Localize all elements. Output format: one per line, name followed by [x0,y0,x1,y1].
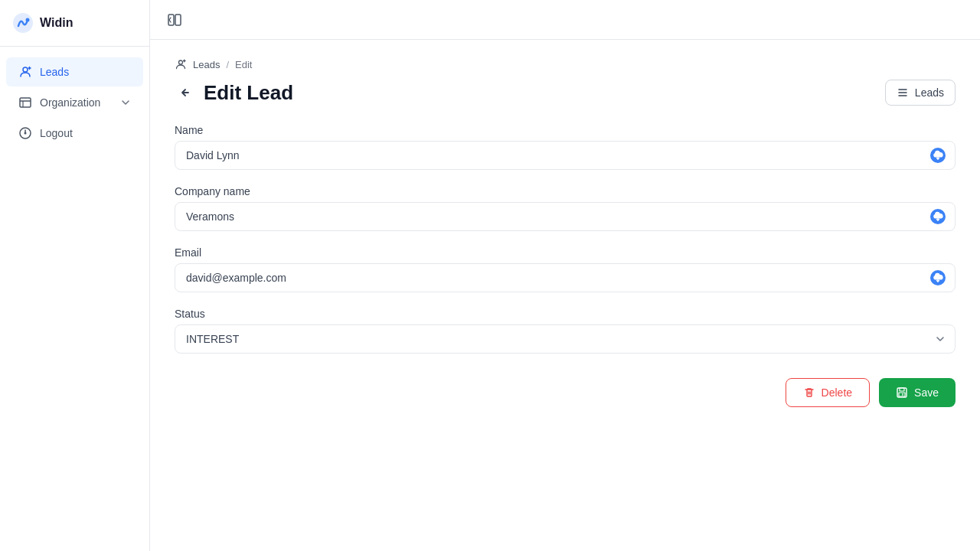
breadcrumb-leads-link[interactable]: Leads [193,59,220,70]
company-input[interactable] [175,202,956,231]
toggle-sidebar-button[interactable] [162,8,187,32]
email-cloud-icon [929,269,946,286]
leads-list-button-label: Leads [915,86,944,99]
action-row: Delete Save [175,378,956,407]
logo-icon [12,12,34,34]
email-input[interactable] [175,263,956,292]
delete-button[interactable]: Delete [786,378,870,407]
sidebar: Widin Leads Organization [0,0,150,551]
email-field-group: Email [175,246,956,292]
app-logo: Widin [0,0,149,47]
sidebar-item-leads[interactable]: Leads [6,57,143,86]
sidebar-item-leads-label: Leads [40,66,69,78]
status-label: Status [175,308,956,320]
sidebar-item-logout[interactable]: Logout [6,119,143,148]
save-button-label: Save [914,386,939,399]
breadcrumb-leads-icon [175,58,187,70]
sidebar-item-organization[interactable]: Organization [6,88,143,117]
back-arrow-icon [178,85,193,100]
topbar [150,0,980,40]
svg-point-10 [24,132,27,135]
leads-list-button[interactable]: Leads [885,80,956,106]
sidebar-item-organization-label: Organization [40,96,100,109]
name-label: Name [175,124,956,136]
svg-point-13 [179,60,183,64]
delete-button-label: Delete [822,386,852,399]
breadcrumb: Leads / Edit [175,58,956,70]
logout-icon [18,126,32,140]
content-area: Leads / Edit Edit Lead [150,40,980,551]
save-icon [896,386,908,399]
toggle-sidebar-icon [167,12,182,28]
organization-icon [18,96,32,109]
svg-rect-12 [175,15,181,25]
sidebar-item-logout-label: Logout [40,127,73,139]
chevron-down-icon [120,97,131,108]
main-panel: Leads / Edit Edit Lead [150,0,980,551]
name-input[interactable] [175,141,956,170]
edit-lead-form: Name Company name [175,124,956,407]
leads-icon [18,65,32,79]
svg-point-2 [23,67,28,72]
list-icon [897,86,909,99]
trash-icon [803,386,815,399]
svg-rect-29 [899,393,905,396]
company-cloud-icon [929,208,946,225]
breadcrumb-separator: / [226,59,229,70]
status-field-group: Status INTEREST NEW QUALIFIED PROPOSAL W… [175,308,956,354]
save-button[interactable]: Save [879,378,956,407]
page-header: Edit Lead Leads [175,80,956,106]
content-inner: Leads / Edit Edit Lead [150,40,980,551]
app-name: Widin [40,16,73,30]
sidebar-nav: Leads Organization Logout [0,47,149,551]
back-button[interactable] [175,82,196,103]
name-field-group: Name [175,124,956,170]
status-select[interactable]: INTEREST NEW QUALIFIED PROPOSAL WON LOST [175,324,956,354]
breadcrumb-current: Edit [235,59,252,70]
name-cloud-icon [929,147,946,164]
company-label: Company name [175,185,956,197]
svg-rect-5 [20,98,31,107]
email-label: Email [175,246,956,259]
company-field-group: Company name [175,185,956,231]
svg-point-1 [26,18,30,22]
page-title: Edit Lead [204,81,293,105]
